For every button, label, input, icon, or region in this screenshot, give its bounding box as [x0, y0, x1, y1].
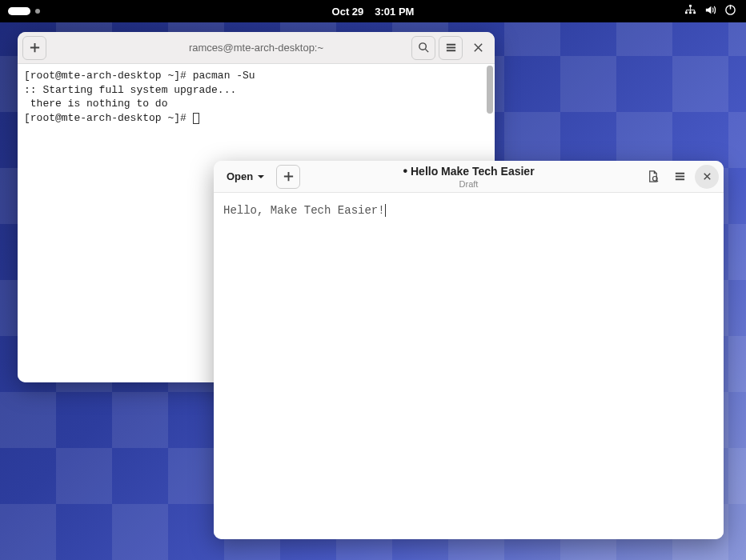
terminal-headerbar: ramces@mte-arch-desktop:~ — [18, 32, 495, 64]
open-button[interactable]: Open — [219, 165, 273, 189]
volume-icon[interactable] — [704, 4, 716, 18]
close-icon — [701, 170, 713, 182]
terminal-prompt: [root@mte-arch-desktop ~]# — [24, 112, 193, 124]
top-panel: Oct 29 3:01 PM — [0, 0, 746, 22]
modified-indicator: • — [403, 164, 407, 178]
close-button[interactable] — [695, 165, 719, 189]
power-icon[interactable] — [724, 4, 736, 18]
close-button[interactable] — [466, 36, 490, 60]
editor-textarea[interactable]: Hello, Make Tech Easier! — [214, 193, 724, 539]
terminal-output: there is nothing to do — [24, 98, 167, 110]
search-icon — [418, 42, 430, 54]
activities-button[interactable] — [8, 7, 40, 15]
svg-rect-2 — [689, 11, 692, 14]
close-icon — [472, 42, 484, 54]
panel-date: Oct 29 — [332, 6, 364, 18]
panel-time: 3:01 PM — [375, 6, 414, 18]
terminal-prompt: [root@mte-arch-desktop ~]# — [24, 70, 193, 82]
text-editor-window: Open •Hello Make Tech Easier Draft — [214, 161, 724, 539]
svg-rect-5 — [730, 5, 732, 10]
new-tab-button[interactable] — [22, 36, 46, 60]
hamburger-icon — [445, 42, 457, 54]
new-tab-button[interactable] — [276, 165, 300, 189]
plus-icon — [29, 42, 41, 54]
svg-rect-0 — [689, 5, 692, 7]
search-button[interactable] — [411, 36, 435, 60]
scrollbar[interactable] — [487, 66, 493, 114]
editor-headerbar: Open •Hello Make Tech Easier Draft — [214, 161, 724, 193]
network-icon[interactable] — [684, 4, 696, 18]
editor-text: Hello, Make Tech Easier! — [223, 204, 385, 217]
hamburger-icon — [674, 170, 686, 182]
chevron-down-icon — [257, 173, 265, 181]
terminal-cursor — [193, 113, 199, 124]
svg-point-6 — [419, 43, 425, 50]
open-label: Open — [227, 170, 253, 182]
menu-button[interactable] — [439, 36, 463, 60]
svg-rect-3 — [693, 11, 696, 14]
terminal-output: :: Starting full system upgrade... — [24, 84, 236, 96]
clock[interactable]: Oct 29 3:01 PM — [332, 6, 415, 18]
terminal-command: pacman -Su — [193, 70, 255, 82]
system-tray[interactable] — [684, 4, 736, 18]
document-icon — [647, 170, 659, 182]
menu-button[interactable] — [668, 165, 692, 189]
document-title: Hello Make Tech Easier — [411, 165, 535, 178]
document-info-button[interactable] — [640, 165, 664, 189]
svg-rect-1 — [685, 11, 688, 14]
plus-icon — [283, 170, 295, 182]
terminal-title: ramces@mte-arch-desktop:~ — [189, 42, 323, 54]
text-cursor — [385, 204, 386, 217]
